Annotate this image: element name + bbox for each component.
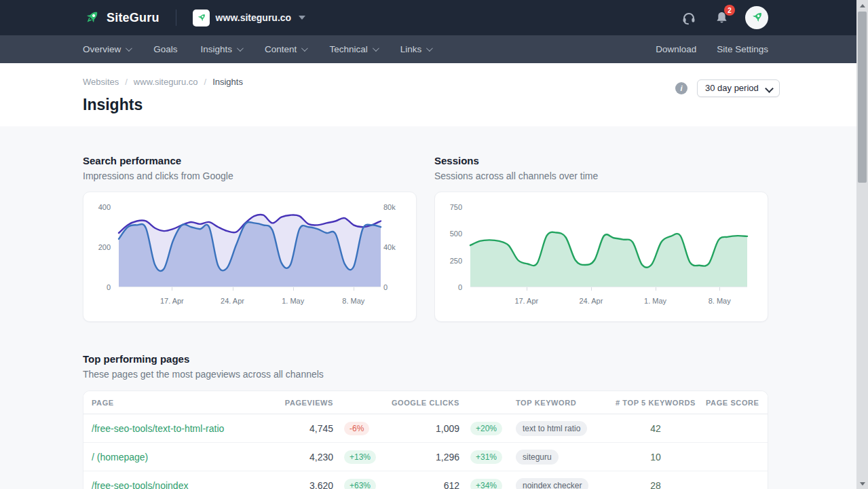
chevron-down-icon [373,45,379,52]
top-header: SiteGuru www.siteguru.co [0,0,868,35]
main-nav: Overview Goals Insights Content Technica… [0,35,868,63]
y-axis-tick: 750 [435,203,462,211]
vertical-scrollbar[interactable] [856,0,868,489]
search-performance-chart: 400 200 0 80k 40k 0 17. Apr 24. Apr 1. M… [83,192,417,322]
notification-badge: 2 [724,5,735,16]
x-axis-tick: 24. Apr [221,297,244,305]
pageviews-value: 4,230 [282,452,333,463]
breadcrumb-websites[interactable]: Websites [83,77,119,87]
section-title: Top performing pages [83,353,768,365]
nav-item-links[interactable]: Links [400,44,432,54]
top-keyword-pill: text to html ratio [516,421,587,436]
area-chart-svg [470,207,747,287]
x-axis-tick: 1. May [644,297,666,305]
breadcrumb-site[interactable]: www.siteguru.co [134,77,198,87]
main-content: Search performance Impressions and click… [0,126,868,489]
plot-area [119,207,381,287]
google-clicks-value: 1,296 [378,452,459,463]
google-clicks-value: 612 [378,480,459,489]
x-axis-tick: 1. May [282,297,304,305]
table-header-row: PAGE PAGEVIEWS GOOGLE CLICKS TOP KEYWORD… [83,391,768,414]
user-avatar[interactable] [745,6,768,29]
y-axis-tick-right: 0 [383,283,411,291]
site-selector[interactable]: www.siteguru.co [193,10,306,26]
scroll-up-button[interactable] [856,0,868,11]
col-header-pageviews: PAGEVIEWS [282,399,333,407]
top5-keywords-value: 42 [609,423,702,434]
site-name: www.siteguru.co [216,12,292,23]
siteguru-logo-icon [83,9,100,26]
table-row: /free-seo-tools/text-to-html-ratio 4,745… [83,414,768,443]
nav-item-technical[interactable]: Technical [329,44,377,54]
top5-keywords-value: 10 [609,452,702,463]
col-header-google-clicks: GOOGLE CLICKS [378,399,459,407]
x-axis-tick: 17. Apr [514,297,538,305]
y-axis-tick: 400 [83,203,111,211]
top-pages-section: Top performing pages These pages get the… [83,322,768,489]
scrollbar-thumb[interactable] [858,12,867,183]
section-subtitle: Impressions and clicks from Google [83,170,417,181]
x-axis-tick: 8. May [342,297,364,305]
clicks-change-badge: +20% [470,422,502,435]
y-axis-tick-right: 80k [383,203,411,211]
y-axis-tick: 0 [435,283,462,291]
top5-keywords-value: 28 [609,480,702,489]
area-chart-svg [119,207,381,287]
y-axis-tick: 200 [83,243,111,251]
col-header-page-score: PAGE SCORE [702,399,761,407]
y-axis-tick: 250 [435,257,462,265]
period-select-wrap: 30 day period [697,79,780,97]
page-link[interactable]: /free-seo-tools/text-to-html-ratio [92,423,282,434]
period-select[interactable]: 30 day period [697,79,780,97]
google-clicks-value: 1,009 [378,423,459,434]
chevron-down-icon [301,45,308,52]
search-performance-section: Search performance Impressions and click… [83,155,417,322]
x-axis-tick: 17. Apr [160,297,184,305]
top-keyword-pill: noindex checker [516,478,588,489]
section-title: Search performance [83,155,417,166]
app-window: SiteGuru www.siteguru.co [0,0,868,489]
pageviews-change-badge: -6% [344,422,369,435]
section-subtitle: These pages get the most pageviews acros… [83,369,768,380]
nav-item-insights[interactable]: Insights [201,44,242,54]
pageviews-value: 3,620 [282,480,333,489]
chevron-down-icon [299,16,305,20]
nav-item-goals[interactable]: Goals [153,44,177,54]
clicks-change-badge: +34% [470,479,502,489]
info-icon[interactable]: i [675,82,687,94]
sessions-section: Sessions Sessions across all channels ov… [434,155,768,322]
plot-area [470,207,747,287]
chevron-down-icon [237,45,244,52]
nav-item-download[interactable]: Download [656,44,696,54]
header-divider [176,10,176,26]
scroll-down-button[interactable] [856,478,868,489]
top-keyword-pill: siteguru [516,450,559,465]
nav-item-overview[interactable]: Overview [83,44,130,54]
x-axis-tick: 8. May [709,297,731,305]
section-subtitle: Sessions across all channels over time [434,170,768,181]
breadcrumb-insights: Insights [212,77,243,87]
page-title: Insights [83,96,780,114]
site-favicon [193,10,210,26]
page-link[interactable]: /free-seo-tools/noindex [92,480,282,489]
chevron-down-icon [126,45,132,52]
brand-name: SiteGuru [107,11,159,25]
table-row: / (homepage) 4,230 +13% 1,296 +31% siteg… [83,443,768,471]
notifications-bell-icon[interactable]: 2 [713,9,730,26]
clicks-change-badge: +31% [470,450,502,464]
col-header-top5-keywords: # TOP 5 KEYWORDS [609,399,702,407]
page-header: Websites / www.siteguru.co / Insights In… [0,63,868,126]
col-header-page: PAGE [92,399,282,407]
page-link[interactable]: / (homepage) [92,452,282,463]
nav-item-content[interactable]: Content [265,44,306,54]
y-axis-tick-right: 40k [383,243,411,251]
chevron-down-icon [426,45,433,52]
pageviews-value: 4,745 [282,423,333,434]
y-axis-tick: 0 [83,283,111,291]
brand[interactable]: SiteGuru [83,9,159,26]
nav-item-site-settings[interactable]: Site Settings [717,44,768,54]
table-row: /free-seo-tools/noindex 3,620 +63% 612 +… [83,471,768,489]
top-pages-table: PAGE PAGEVIEWS GOOGLE CLICKS TOP KEYWORD… [83,391,768,489]
pageviews-change-badge: +63% [344,479,376,489]
support-headset-icon[interactable] [680,9,698,26]
